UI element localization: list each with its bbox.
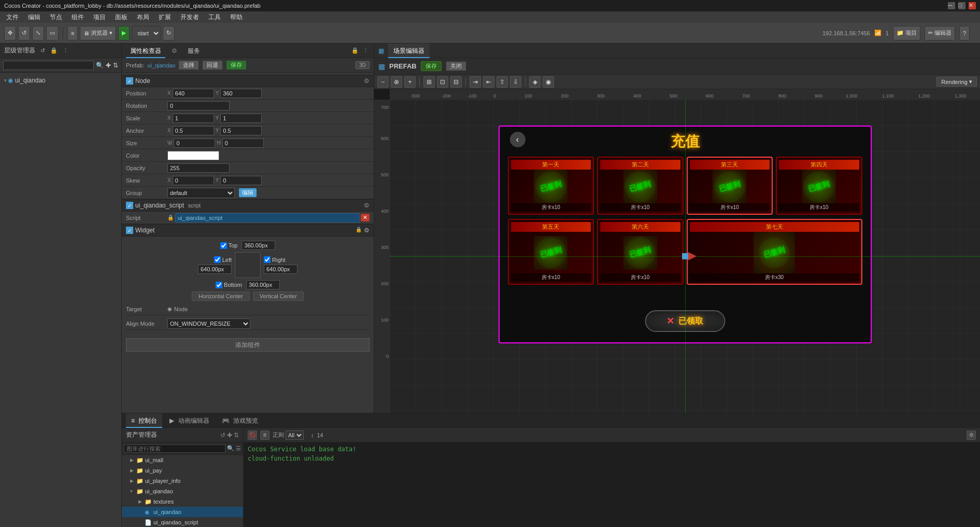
script-section-header[interactable]: ✓ ui_qiandao_script script ⚙ [122,199,374,212]
asset-item-ui-mall[interactable]: ▶ 📁 ui_mall [122,455,243,465]
horizontal-center-btn[interactable]: Horizontal Center [192,292,250,301]
props-lock-btn[interactable]: 🔒 [351,47,359,55]
skew-x-input[interactable] [173,176,214,185]
back-btn[interactable]: ‹ [510,132,525,147]
editor-btn[interactable]: ✏ 编辑器 [925,26,955,40]
opacity-input[interactable] [167,163,230,173]
asset-item-ui-qiandao-file[interactable]: ◉ ui_qiandao [122,507,243,517]
scene-save-btn[interactable]: 保存 [421,61,442,71]
tool5[interactable]: ⇤ [483,76,494,88]
select-btn[interactable]: 选择 [178,60,199,70]
tool9[interactable]: ◉ [543,76,554,88]
tab-console[interactable]: ≡ 控制台 [126,413,162,428]
toolbar-move[interactable]: ✥ [4,26,16,40]
node-check[interactable]: ✓ [126,77,133,85]
asset-item-ui-pay[interactable]: ▶ 📁 ui_pay [122,465,243,476]
console-pause-btn[interactable]: ⏸ [260,431,269,440]
menu-extend[interactable]: 扩展 [154,11,175,23]
hierarchy-search-input[interactable] [3,61,94,70]
zoom-fit-btn[interactable]: ⊕ [391,76,402,88]
bottom-checkbox[interactable] [216,282,222,288]
node-section-header[interactable]: ✓ Node ⚙ [122,75,374,87]
position-y-input[interactable] [220,89,262,98]
menu-layout[interactable]: 布局 [133,11,153,23]
widget-section-header[interactable]: ✓ Widget 🔒 ⚙ [122,224,374,237]
gear-icon[interactable]: ⚙ [364,77,370,85]
project-btn[interactable]: 📁 项目 [893,26,920,40]
canvas-area[interactable]: ‹ 充值 第一天 已签到 房卡x10 [390,100,980,413]
console-clear-btn[interactable]: 🚫 [248,431,257,440]
menu-project[interactable]: 项目 [89,11,110,23]
script-gear-icon[interactable]: ⚙ [364,202,370,209]
hierarchy-refresh-btn[interactable]: ↺ [38,47,47,55]
add-node-icon[interactable]: ✚ [106,62,111,69]
left-value-input[interactable] [198,265,232,274]
color-picker[interactable] [167,151,219,160]
script-check[interactable]: ✓ [126,202,133,209]
tool2[interactable]: ⊡ [437,76,448,88]
tool1[interactable]: ⊞ [423,76,435,88]
close-btn[interactable]: ✕ [969,2,976,9]
asset-item-ui-player-info[interactable]: ▶ 📁 ui_player_info [122,476,243,486]
zoom-out-btn[interactable]: − [377,76,389,88]
anchor-y-input[interactable] [220,126,262,135]
menu-component[interactable]: 组件 [67,11,88,23]
hierarchy-item-ui-qiandao[interactable]: ▾ ◉ ui_qiandao [0,75,121,86]
hierarchy-menu-btn[interactable]: ⋮ [61,47,69,55]
menu-dev[interactable]: 开发者 [176,11,203,23]
group-edit-btn[interactable]: 编辑 [239,188,257,197]
refresh-btn[interactable]: ↻ [163,26,175,40]
tab-service[interactable]: 服务 [183,44,204,58]
tool4[interactable]: ⇥ [470,76,481,88]
bottom-value-input[interactable] [246,280,280,289]
tool6[interactable]: ⇧ [496,76,508,88]
expand-icon[interactable]: ⇅ [113,62,118,69]
asset-item-textures[interactable]: ▶ 📁 textures [122,496,243,507]
rotation-input[interactable] [167,101,230,110]
menu-node[interactable]: 节点 [46,11,66,23]
size-h-input[interactable] [222,138,264,148]
script-input[interactable] [175,213,360,223]
add-component-btn[interactable]: 添加组件 [126,338,370,352]
widget-lock-icon[interactable]: 🔒 [356,227,362,234]
skew-y-input[interactable] [220,176,262,185]
scene-select[interactable]: start [132,26,161,40]
widget-check[interactable]: ✓ [126,227,133,234]
collect-btn[interactable]: ✕ 已领取 [645,310,725,332]
menu-tools[interactable]: 工具 [204,11,225,23]
tab-scene-editor[interactable]: 场景编辑器 [388,44,430,58]
asset-list-icon[interactable]: ☰ [236,445,241,452]
script-delete-btn[interactable]: ✕ [361,214,370,221]
revert-btn[interactable]: 回退 [202,60,223,70]
3d-toggle[interactable]: 3D [356,61,370,69]
toolbar-play-config[interactable]: ≡ [67,26,78,40]
right-value-input[interactable] [264,265,297,274]
tab-properties[interactable]: 属性检查器 [126,44,165,58]
tool8[interactable]: ◈ [529,76,541,88]
top-checkbox[interactable] [220,242,227,249]
zoom-in-btn[interactable]: + [404,76,416,88]
minimize-btn[interactable]: ─ [948,2,955,9]
size-w-input[interactable] [174,138,215,148]
scene-canvas[interactable]: 使用鼠标右键半径鼠标查看定点。使用滚轮触板缩放视图 -500 -200 -100… [374,89,980,413]
asset-refresh-icon[interactable]: ↺ [220,432,225,439]
position-x-input[interactable] [173,89,214,98]
scale-y-input[interactable] [220,114,262,123]
rendering-btn[interactable]: Rendering ▾ [936,77,977,87]
widget-gear-icon[interactable]: ⚙ [364,227,370,234]
asset-item-ui-qiandao-folder[interactable]: ▾ 📁 ui_qiandao [122,486,243,496]
help-btn[interactable]: ? [959,26,970,40]
toolbar-scale[interactable]: ⤡ [32,26,44,40]
play-btn[interactable]: ▶ [118,26,130,40]
anchor-x-input[interactable] [173,126,214,135]
scale-x-input[interactable] [173,114,214,123]
tab-game-preview[interactable]: 🎮 游戏预览 [217,413,263,428]
hierarchy-lock-btn[interactable]: 🔒 [50,47,58,55]
right-checkbox[interactable] [264,256,271,263]
console-filter-select[interactable]: All [286,431,304,440]
asset-search-input[interactable] [124,445,225,453]
asset-item-ui-qiandao-script[interactable]: 📄 ui_qiandao_script [122,517,243,527]
props-menu-btn[interactable]: ⋮ [361,47,370,55]
vertical-center-btn[interactable]: Vertical Center [253,292,304,301]
maximize-btn[interactable]: □ [958,2,965,9]
